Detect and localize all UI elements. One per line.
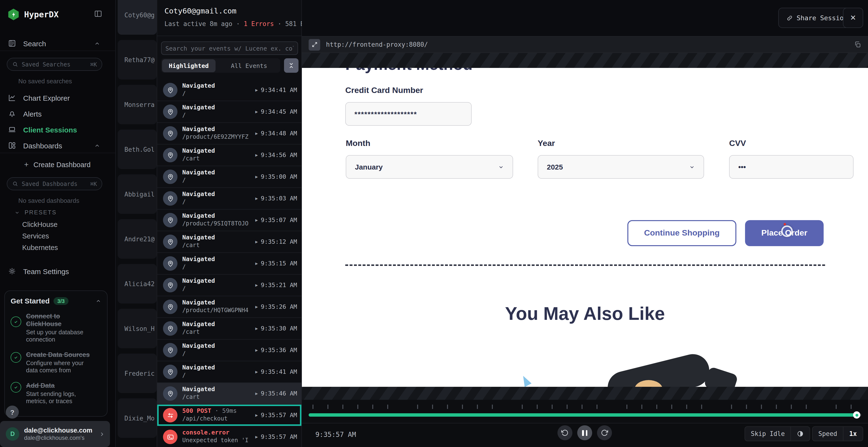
event-timestamp[interactable]: ▶9:35:36 AM — [255, 346, 297, 353]
skip-idle-label[interactable]: Skip Idle — [745, 427, 790, 441]
cvv-field[interactable]: ••• — [729, 155, 854, 179]
event-row-nav[interactable]: Navigated/▶9:34:41 AM — [157, 79, 301, 101]
skip-forward-button[interactable] — [597, 425, 612, 440]
event-row-nav[interactable]: Navigated/cart▶9:35:46 AM — [157, 383, 301, 405]
presets-header[interactable]: PRESETS — [14, 209, 57, 216]
collapse-events-button[interactable] — [284, 58, 299, 73]
event-row-nav[interactable]: Navigated/▶9:35:36 AM — [157, 340, 301, 361]
sidebar-item-alerts[interactable]: Alerts — [0, 107, 116, 121]
year-select[interactable]: 2025 — [538, 155, 704, 179]
event-timestamp[interactable]: ▶9:35:30 AM — [255, 325, 297, 332]
event-timestamp[interactable]: ▶9:35:57 AM — [255, 411, 297, 419]
speed-label[interactable]: Speed — [812, 427, 843, 441]
event-row-nav[interactable]: Navigated/▶9:35:41 AM — [157, 361, 301, 383]
event-row-nav[interactable]: Navigated/▶9:34:45 AM — [157, 101, 301, 123]
get-started-step[interactable]: Add Data Start sending logs, metrics, or… — [10, 382, 101, 405]
event-timestamp[interactable]: ▶9:35:00 AM — [255, 173, 297, 180]
event-timestamp[interactable]: ▶9:35:21 AM — [255, 281, 297, 288]
play-icon: ▶ — [255, 391, 258, 396]
session-list-item[interactable]: Retha77@ — [118, 40, 157, 79]
month-select[interactable]: January — [346, 155, 513, 179]
play-icon: ▶ — [255, 152, 258, 157]
event-row-nav[interactable]: Navigated/cart▶9:34:56 AM — [157, 144, 301, 166]
timeline-knob[interactable] — [853, 411, 860, 419]
navigation-pin-icon — [163, 256, 178, 271]
event-timestamp[interactable]: ▶9:35:26 AM — [255, 303, 297, 310]
event-row-nav[interactable]: Navigated/product/HQTGWGPNH4▶9:35:26 AM — [157, 296, 301, 318]
expand-icon[interactable] — [309, 39, 320, 50]
chevron-up-icon[interactable] — [95, 298, 101, 304]
chevron-up-icon[interactable] — [94, 40, 100, 46]
chevron-up-icon[interactable] — [94, 142, 100, 148]
event-row-nav[interactable]: Navigated/product/6E92ZMYYFZ▶9:34:48 AM — [157, 123, 301, 144]
get-started-step[interactable]: Create Data Sources Configure where your… — [10, 351, 101, 374]
copy-icon[interactable] — [854, 41, 861, 48]
continue-shopping-button[interactable]: Continue Shopping — [627, 220, 736, 246]
event-row-nav[interactable]: Navigated/cart▶9:35:30 AM — [157, 318, 301, 340]
tab-all-events[interactable]: All Events — [224, 59, 274, 72]
sidebar-collapse-icon[interactable] — [94, 10, 103, 18]
event-timestamp[interactable]: ▶9:34:41 AM — [255, 86, 297, 94]
sidebar-section-search[interactable]: Search — [0, 37, 116, 50]
sidebar-item-client-sessions[interactable]: Client Sessions — [0, 123, 116, 136]
event-row-nav[interactable]: Navigated/▶9:35:03 AM — [157, 188, 301, 209]
event-timestamp[interactable]: ▶9:35:12 AM — [255, 238, 297, 245]
chevron-down-icon — [689, 164, 695, 170]
gear-icon — [8, 267, 17, 276]
timeline-track[interactable] — [309, 413, 861, 417]
event-timestamp[interactable]: ▶9:35:07 AM — [255, 216, 297, 224]
event-timestamp[interactable]: ▶9:34:48 AM — [255, 130, 297, 137]
cc-number-field[interactable]: ******************* — [345, 102, 472, 126]
divider — [0, 153, 115, 153]
preset-kubernetes[interactable]: Kubernetes — [22, 244, 58, 251]
pause-button[interactable] — [577, 425, 592, 440]
session-list-item[interactable]: Abbigail — [118, 174, 157, 214]
event-row-nav[interactable]: Navigated/▶9:35:15 AM — [157, 253, 301, 275]
session-list-item[interactable]: Frederic — [118, 353, 157, 393]
saved-dashboards-search[interactable]: ⌘K — [7, 177, 102, 190]
event-timestamp[interactable]: ▶9:35:57 AM — [255, 433, 297, 440]
event-search-input[interactable] — [161, 41, 298, 55]
rewind-button[interactable] — [557, 425, 572, 440]
event-timestamp[interactable]: ▶9:34:56 AM — [255, 151, 297, 159]
close-button[interactable]: ✕ — [843, 8, 863, 28]
saved-searches-search[interactable]: ⌘K — [7, 58, 102, 71]
user-menu[interactable]: D dale@clickhouse.com dale@clickhouse.co… — [0, 421, 110, 447]
saved-searches-input[interactable] — [22, 61, 87, 68]
tab-highlighted[interactable]: Highlighted — [162, 59, 216, 72]
event-timestamp[interactable]: ▶9:34:45 AM — [255, 108, 297, 115]
search-icon — [12, 61, 18, 67]
event-row-nav[interactable]: Navigated/product/9SIQT8TOJO▶9:35:07 AM — [157, 209, 301, 231]
get-started-step[interactable]: Connect to ClickHouse Set up your databa… — [10, 313, 101, 343]
event-timestamp[interactable]: ▶9:35:03 AM — [255, 195, 297, 202]
preset-clickhouse[interactable]: ClickHouse — [22, 220, 58, 228]
session-list-item[interactable]: Alicia42 — [118, 264, 157, 304]
sidebar-item-chart-explorer[interactable]: Chart Explorer — [0, 91, 116, 105]
session-list-item[interactable]: Monserra — [118, 85, 157, 124]
saved-dashboards-input[interactable] — [22, 180, 87, 187]
sidebar-item-team-settings[interactable]: Team Settings — [0, 265, 116, 278]
session-list-item[interactable]: Beth.Gol — [118, 130, 157, 169]
skip-idle-toggle-icon[interactable] — [790, 427, 810, 441]
help-button[interactable]: ? — [6, 406, 19, 419]
session-list-item[interactable]: Coty60@g — [118, 0, 157, 35]
event-timestamp[interactable]: ▶9:35:15 AM — [255, 260, 297, 267]
event-row-nav[interactable]: Navigated/cart▶9:35:12 AM — [157, 231, 301, 253]
brand[interactable]: HyperDX — [8, 9, 59, 20]
preset-services[interactable]: Services — [22, 232, 49, 240]
session-list-item[interactable]: Dixie_Mo — [118, 398, 157, 438]
event-timestamp[interactable]: ▶9:35:46 AM — [255, 390, 297, 397]
event-row-nav[interactable]: Navigated/▶9:35:00 AM — [157, 166, 301, 188]
create-dashboard-button[interactable]: + Create Dashboard — [0, 158, 116, 171]
event-row-http[interactable]: 500 POST · 59ms/api/checkout▶9:35:57 AM — [157, 405, 301, 426]
event-row-console[interactable]: console.errorUnexpected token 'I'…▶9:35:… — [157, 426, 301, 447]
replay-timeline[interactable] — [302, 400, 868, 423]
shortcut-hint: ⌘K — [90, 180, 97, 187]
session-email: Retha77@ — [118, 56, 155, 63]
sidebar-item-dashboards[interactable]: Dashboards — [0, 139, 116, 152]
session-list-item[interactable]: Andre21@ — [118, 219, 157, 259]
event-row-nav[interactable]: Navigated/▶9:35:21 AM — [157, 275, 301, 296]
session-list-item[interactable]: Wilson_H — [118, 309, 157, 348]
event-timestamp[interactable]: ▶9:35:41 AM — [255, 368, 297, 375]
speed-value[interactable]: 1x — [843, 427, 863, 441]
